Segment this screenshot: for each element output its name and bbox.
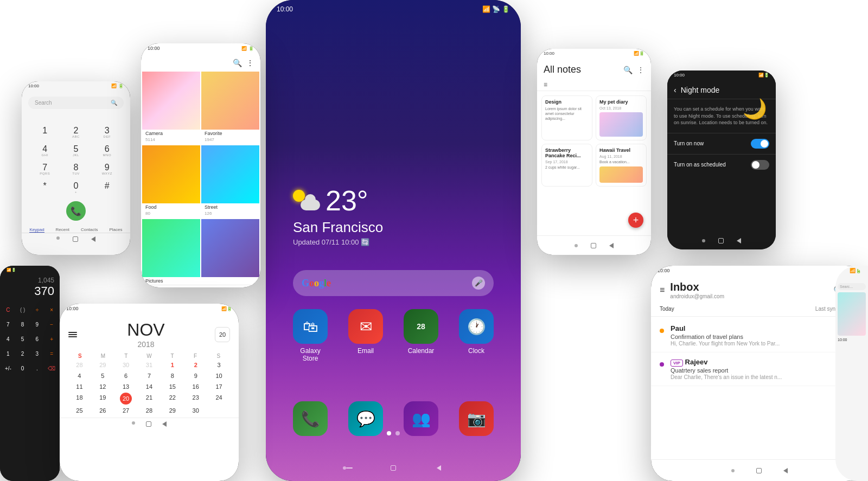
cal-day-5[interactable]: 5 <box>92 371 114 381</box>
cal-day-30-prev[interactable]: 30 <box>115 360 137 370</box>
cal-day-1[interactable]: 1 <box>161 360 183 370</box>
notes-search-icon[interactable]: 🔍 <box>623 66 633 74</box>
toggle-scheduled[interactable]: Turn on as scheduled <box>667 154 776 175</box>
dial-key-6[interactable]: 6MNO <box>93 143 122 159</box>
dial-key-2[interactable]: 2ABC <box>61 124 90 140</box>
app-email[interactable]: ✉ Email <box>348 309 383 362</box>
note-pet-diary[interactable]: My pet diary Oct 13, 2018 <box>596 95 647 140</box>
cal-day-22[interactable]: 22 <box>161 393 183 405</box>
dial-key-star[interactable]: * <box>30 179 59 196</box>
email-nav-menu[interactable] <box>731 469 735 472</box>
cal-day-12[interactable]: 12 <box>92 382 114 392</box>
app-friends[interactable]: 👥 <box>404 401 438 436</box>
calendar-nav-menu[interactable] <box>132 421 135 427</box>
night-nav-home[interactable] <box>718 238 724 243</box>
calc-btn-del[interactable]: ⌫ <box>44 361 59 375</box>
calc-btn-9[interactable]: 9 <box>30 317 44 331</box>
app-camera[interactable]: 📷 <box>459 401 494 436</box>
email-nav-back[interactable] <box>783 468 788 473</box>
tab-recent[interactable]: Recent <box>56 227 69 233</box>
calc-btn-sub[interactable]: − <box>44 317 59 331</box>
nav-menu-button[interactable] <box>341 461 354 474</box>
cal-day-29-prev[interactable]: 29 <box>92 360 114 370</box>
app-galaxy-store[interactable]: 🛍 GalaxyStore <box>293 309 328 362</box>
calc-btn-div[interactable]: ÷ <box>30 303 44 317</box>
toggle-turn-on-now[interactable]: Turn on now <box>667 133 776 154</box>
calc-btn-add[interactable]: + <box>44 332 59 346</box>
dial-key-1[interactable]: 1 <box>30 124 59 140</box>
calc-btn-3[interactable]: 3 <box>30 347 44 361</box>
album-street[interactable]: Street 126 <box>201 145 259 218</box>
cal-day-15[interactable]: 15 <box>161 382 183 392</box>
cal-day-16[interactable]: 16 <box>184 382 207 392</box>
cal-day-27[interactable]: 27 <box>115 406 137 415</box>
notes-more-icon[interactable]: ⋮ <box>637 66 644 74</box>
night-nav-back[interactable] <box>737 238 741 243</box>
cal-day-25[interactable]: 25 <box>68 406 91 415</box>
google-search-bar[interactable]: Google 🎤 <box>293 270 494 296</box>
tab-keypad[interactable]: Keypad <box>29 227 44 233</box>
dial-key-8[interactable]: 8TUV <box>61 161 90 177</box>
cal-day-10[interactable]: 10 <box>208 371 230 381</box>
cal-day-28-prev[interactable]: 28 <box>68 360 91 370</box>
weather-widget[interactable]: 23° San Francisco Updated 07/11 10:00 🔄 <box>293 184 383 246</box>
email-menu-icon[interactable]: ≡ <box>660 285 665 295</box>
calc-btn-4[interactable]: 4 <box>1 332 15 346</box>
notes-nav-home[interactable] <box>591 243 596 248</box>
nav-back-button[interactable] <box>432 461 445 474</box>
cal-day-28[interactable]: 28 <box>138 406 161 415</box>
calc-btn-c[interactable]: C <box>1 303 15 317</box>
calc-btn-dot[interactable]: . <box>30 361 44 375</box>
calendar-menu-button[interactable] <box>68 332 77 337</box>
cal-day-14[interactable]: 14 <box>138 382 161 392</box>
toggle-scheduled-switch[interactable] <box>751 160 769 170</box>
app-calendar[interactable]: 28 Calendar <box>404 309 438 362</box>
dial-key-3[interactable]: 3DEF <box>93 124 122 140</box>
calendar-nav-back[interactable] <box>162 421 167 427</box>
note-pancake[interactable]: Strawberry Pancake Reci... Sep 17, 2018 … <box>541 144 592 187</box>
cal-day-3[interactable]: 3 <box>208 360 230 370</box>
cal-day-6[interactable]: 6 <box>115 371 137 381</box>
cal-day-19[interactable]: 19 <box>92 393 114 405</box>
tab-places[interactable]: Places <box>109 227 122 233</box>
call-button[interactable]: 📞 <box>66 201 86 221</box>
calendar-today-badge[interactable]: 20 <box>215 327 230 342</box>
cal-day-18[interactable]: 18 <box>68 393 91 405</box>
cal-day-8[interactable]: 8 <box>161 371 183 381</box>
notes-menu-icon[interactable]: ≡ <box>544 81 547 88</box>
dial-key-0[interactable]: 0+ <box>61 179 90 196</box>
dialer-nav-home[interactable] <box>73 236 78 242</box>
calc-btn-1[interactable]: 1 <box>1 347 15 361</box>
cal-day-30[interactable]: 30 <box>184 406 207 415</box>
app-chat[interactable]: 💬 <box>348 401 383 436</box>
calc-btn-5[interactable]: 5 <box>16 332 30 346</box>
dial-key-7[interactable]: 7PQRS <box>30 161 59 177</box>
note-hawaii[interactable]: Hawaii Travel Aug 11, 2018 Book a vacati… <box>596 144 647 187</box>
cal-day-31-prev[interactable]: 31 <box>138 360 161 370</box>
night-back-button[interactable]: ‹ <box>674 86 676 94</box>
cal-day-23[interactable]: 23 <box>184 393 207 405</box>
dialer-search-bar[interactable]: Search 🔍 <box>28 97 124 109</box>
cal-day-today-20[interactable]: 20 <box>120 393 132 405</box>
cal-day-17[interactable]: 17 <box>208 382 230 392</box>
cal-day-11[interactable]: 11 <box>68 382 91 392</box>
nav-home-button[interactable] <box>387 461 400 474</box>
more-icon[interactable]: ⋮ <box>246 59 254 67</box>
toggle-now-switch[interactable] <box>751 139 769 149</box>
dialer-nav-back[interactable] <box>91 236 95 242</box>
cal-day-13[interactable]: 13 <box>115 382 137 392</box>
dial-key-hash[interactable]: # <box>93 179 122 196</box>
notes-nav-menu[interactable] <box>575 244 578 247</box>
album-favorite[interactable]: Favorite 1947 <box>201 72 259 144</box>
calc-btn-eq[interactable]: = <box>44 347 59 361</box>
cal-day-7[interactable]: 7 <box>138 371 161 381</box>
calc-btn-6[interactable]: 6 <box>30 332 44 346</box>
cal-day-4[interactable]: 4 <box>68 371 91 381</box>
dial-key-9[interactable]: 9WXYZ <box>93 161 122 177</box>
dialer-nav-menu[interactable] <box>56 236 60 242</box>
search-icon[interactable]: 🔍 <box>233 59 242 67</box>
calc-btn-mul[interactable]: × <box>44 303 59 317</box>
cal-day-9[interactable]: 9 <box>184 371 207 381</box>
add-note-button[interactable]: + <box>628 213 643 228</box>
album-pictures[interactable]: Pictures <box>142 219 200 285</box>
